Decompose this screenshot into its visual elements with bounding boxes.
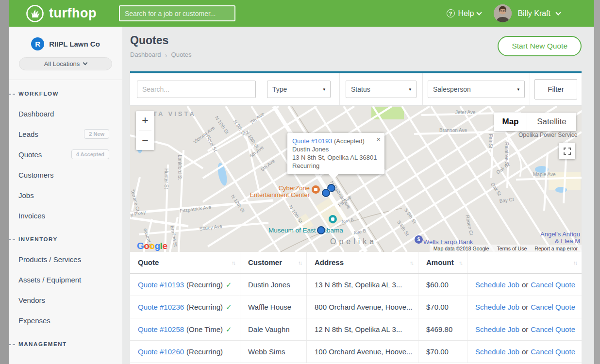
- quotes-search-input[interactable]: [137, 81, 256, 98]
- sort-icon[interactable]: ↑↓: [410, 260, 413, 265]
- global-search-input[interactable]: [119, 5, 235, 21]
- cancel-quote-link[interactable]: Cancel Quote: [531, 347, 575, 356]
- sidebar-section-management[interactable]: MANAGEMENT: [9, 334, 122, 354]
- sidebar-item-expenses[interactable]: Expenses: [9, 310, 122, 331]
- address-cell: 13 N 8th St, Opelika AL 3...: [307, 274, 418, 296]
- table-header-row: Quote↑↓ Customer↑↓ Address↑↓ Amount↑↓ ↑↓: [130, 252, 582, 274]
- sidebar-section-inventory: INVENTORY: [9, 230, 122, 249]
- sidebar-section-workflow: WORKFLOW: [9, 84, 122, 103]
- company-logo: R: [31, 37, 44, 50]
- accepted-check-icon: ✓: [226, 281, 232, 289]
- cancel-quote-link[interactable]: Cancel Quote: [531, 325, 575, 333]
- leads-badge: 2 New: [84, 129, 109, 139]
- popup-close-icon[interactable]: ×: [376, 135, 381, 143]
- restaurant-pin-icon[interactable]: [312, 185, 320, 194]
- zoom-out-button[interactable]: −: [136, 131, 154, 150]
- schedule-job-link[interactable]: Schedule Job: [475, 281, 519, 289]
- sort-icon[interactable]: ↑↓: [232, 260, 235, 265]
- cancel-quote-link[interactable]: Cancel Quote: [531, 303, 575, 311]
- google-logo[interactable]: Google: [137, 241, 167, 251]
- quote-link[interactable]: Quote #10258: [138, 325, 184, 333]
- column-header-address[interactable]: Address↑↓: [307, 252, 418, 273]
- terms-of-use-link[interactable]: Terms of Use: [497, 246, 527, 251]
- sort-icon[interactable]: ↑↓: [459, 260, 462, 265]
- popup-customer: Dustin Jones: [292, 145, 380, 153]
- poi-cyberzone: CyberZone Entertainment Center: [244, 185, 310, 199]
- location-selector[interactable]: All Locations: [19, 57, 112, 70]
- museum-pin-icon[interactable]: [329, 215, 337, 223]
- filter-search-section: [130, 73, 258, 105]
- sidebar-item-invoices[interactable]: Invoices: [9, 205, 122, 226]
- column-header-customer[interactable]: Customer↑↓: [240, 252, 307, 273]
- chevron-down-icon: [555, 10, 561, 15]
- or-text: or: [522, 325, 528, 333]
- start-new-quote-button[interactable]: Start New Quote: [498, 36, 582, 56]
- sidebar-item-dashboard[interactable]: Dashboard: [9, 103, 122, 124]
- map-tab[interactable]: Map: [494, 113, 527, 131]
- accepted-check-icon: ✓: [226, 325, 232, 334]
- schedule-job-link[interactable]: Schedule Job: [475, 347, 519, 356]
- quote-cell: Quote #10258(One Time)✓: [130, 318, 240, 340]
- divider: [9, 80, 122, 80]
- page-header: Quotes Dashboard › Quotes Start New Quot…: [130, 33, 582, 59]
- quote-link[interactable]: Quote #10260: [138, 347, 184, 356]
- column-header-amount[interactable]: Amount↑↓: [418, 252, 467, 273]
- google-letter: e: [162, 241, 167, 251]
- amount-cell: $469.80: [418, 318, 467, 340]
- google-letter: G: [137, 241, 144, 251]
- popup-quote-link[interactable]: Quote #10193: [292, 137, 332, 145]
- brand-logo[interactable]: turfhop: [25, 4, 97, 23]
- section-label: INVENTORY: [18, 236, 58, 242]
- sidebar-item-jobs[interactable]: Jobs: [9, 185, 122, 205]
- type-select[interactable]: Type▾: [267, 81, 331, 98]
- sidebar-item-quotes[interactable]: Quotes4 Accepted: [9, 144, 122, 165]
- status-select[interactable]: Status▾: [346, 81, 417, 98]
- filter-bar: Type▾ Status▾ Salesperson▾ Filter: [130, 71, 582, 105]
- sidebar-item-label: Jobs: [18, 191, 34, 199]
- sidebar-item-vendors[interactable]: Vendors: [9, 290, 122, 310]
- or-text: or: [522, 303, 528, 311]
- street-label: Brannon Ave: [439, 128, 467, 133]
- sidebar-item-customers[interactable]: Customers: [9, 165, 122, 185]
- schedule-job-link[interactable]: Schedule Job: [475, 325, 519, 333]
- accepted-check-icon: ✓: [226, 303, 232, 312]
- quote-link[interactable]: Quote #10236: [138, 303, 184, 311]
- brand-name: turfhop: [49, 6, 97, 21]
- select-arrow-icon: ▾: [409, 87, 411, 92]
- report-map-error-link[interactable]: Report a map error: [534, 246, 578, 251]
- filter-salesperson-section: Salesperson▾: [423, 73, 530, 105]
- quote-map-marker[interactable]: [322, 189, 330, 197]
- satellite-tab[interactable]: Satellite: [527, 113, 576, 131]
- sidebar-item-products-services[interactable]: Products / Services: [9, 249, 122, 269]
- breadcrumb-dashboard[interactable]: Dashboard: [130, 51, 161, 59]
- fullscreen-button[interactable]: [559, 143, 575, 159]
- google-letter: o: [144, 241, 149, 251]
- schedule-job-link[interactable]: Schedule Job: [475, 303, 519, 311]
- sidebar-item-assets-equipment[interactable]: Assets / Equipment: [9, 269, 122, 290]
- poi-angels-line2: & Flea M: [533, 238, 580, 245]
- salesperson-select[interactable]: Salesperson▾: [428, 81, 525, 98]
- column-label: Amount: [426, 258, 454, 266]
- type-select-value: Type: [272, 85, 287, 93]
- scrollbar[interactable]: [594, 0, 600, 364]
- sort-icon[interactable]: ↑↓: [573, 260, 577, 265]
- popup-quote-status: (Accepted): [334, 137, 365, 145]
- sort-icon[interactable]: ↑↓: [298, 260, 301, 265]
- zoom-in-button[interactable]: +: [136, 111, 154, 131]
- sidebar-section-reports[interactable]: REPORTS: [9, 358, 122, 364]
- sidebar-item-leads[interactable]: Leads2 New: [9, 124, 122, 144]
- user-menu[interactable]: Billy Kraft: [494, 4, 560, 22]
- column-header-actions[interactable]: ↑↓: [467, 252, 582, 273]
- cancel-quote-link[interactable]: Cancel Quote: [531, 281, 575, 289]
- topbar-right: ? Help Billy Kraft: [447, 4, 560, 22]
- filter-button[interactable]: Filter: [534, 79, 577, 99]
- quote-link[interactable]: Quote #10193: [138, 281, 184, 289]
- column-header-quote[interactable]: Quote↑↓: [130, 252, 240, 273]
- column-label: Customer: [248, 258, 282, 266]
- quotes-map[interactable]: TA VISTA Opelika N 10th St N 10th St N 1…: [130, 106, 582, 252]
- company-row[interactable]: R RIIPL Lawn Co: [9, 37, 122, 50]
- amount-cell: $70.00: [418, 296, 467, 318]
- quote-map-marker[interactable]: [317, 226, 325, 234]
- help-menu[interactable]: ? Help: [447, 9, 482, 18]
- bank-pin-icon[interactable]: $: [415, 235, 423, 244]
